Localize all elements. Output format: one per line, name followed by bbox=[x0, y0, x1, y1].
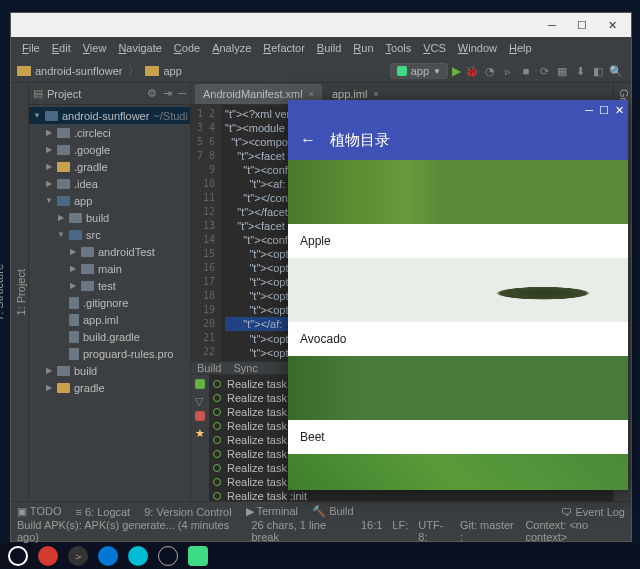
breadcrumb[interactable]: app bbox=[145, 65, 181, 77]
menu-navigate[interactable]: Navigate bbox=[113, 40, 166, 56]
attach-button[interactable]: ▹ bbox=[501, 64, 515, 78]
tab-sync[interactable]: Sync bbox=[233, 362, 257, 374]
success-icon bbox=[195, 379, 205, 389]
tree-node[interactable]: app.iml bbox=[29, 311, 190, 328]
app-title: 植物目录 bbox=[330, 131, 390, 150]
search-icon[interactable]: 🔍 bbox=[609, 64, 623, 78]
minimize-button[interactable]: ─ bbox=[537, 15, 567, 35]
menu-window[interactable]: Window bbox=[453, 40, 502, 56]
avd-button[interactable]: ▦ bbox=[555, 64, 569, 78]
menu-tools[interactable]: Tools bbox=[381, 40, 417, 56]
close-button[interactable]: ✕ bbox=[597, 15, 627, 35]
clock-app[interactable] bbox=[158, 546, 178, 566]
tree-node[interactable]: ▶.circleci bbox=[29, 124, 190, 141]
plant-name: Apple bbox=[288, 224, 628, 258]
plant-card[interactable]: Beet bbox=[288, 356, 628, 454]
emulator-close[interactable]: ✕ bbox=[615, 104, 624, 117]
logcat-tab[interactable]: ≡ 6: Logcat bbox=[75, 506, 130, 518]
context[interactable]: Context: <no context> bbox=[525, 519, 625, 543]
menu-vcs[interactable]: VCS bbox=[418, 40, 451, 56]
menu-run[interactable]: Run bbox=[348, 40, 378, 56]
plant-card[interactable]: Apple bbox=[288, 160, 628, 258]
plant-image bbox=[288, 454, 628, 490]
emulator-minimize[interactable]: ─ bbox=[585, 104, 593, 116]
start-button[interactable] bbox=[8, 546, 28, 566]
line-gutter: 1 2 3 4 5 6 7 8 9 10 11 12 13 14 15 16 1… bbox=[191, 105, 221, 361]
maximize-button[interactable]: ☐ bbox=[567, 15, 597, 35]
tab-build[interactable]: Build bbox=[197, 362, 221, 374]
debug-button[interactable]: 🐞 bbox=[465, 64, 479, 78]
star-icon[interactable]: ★ bbox=[195, 427, 205, 437]
vcs-tab[interactable]: 9: Version Control bbox=[144, 506, 231, 518]
project-settings-icon[interactable]: ⚙ bbox=[147, 87, 157, 100]
project-tree[interactable]: ▼android-sunflower ~/Studi▶.circleci▶.go… bbox=[29, 105, 190, 501]
tree-node[interactable]: ▶test bbox=[29, 277, 190, 294]
app-icon[interactable] bbox=[128, 546, 148, 566]
menu-refactor[interactable]: Refactor bbox=[258, 40, 310, 56]
tree-node[interactable]: build.gradle bbox=[29, 328, 190, 345]
tree-node[interactable]: ▶main bbox=[29, 260, 190, 277]
sdk-button[interactable]: ⬇ bbox=[573, 64, 587, 78]
tool-window-bar: ▣ TODO ≡ 6: Logcat 9: Version Control ▶ … bbox=[11, 501, 631, 521]
breadcrumb-label: android-sunflower bbox=[35, 65, 122, 77]
vscode-app[interactable] bbox=[98, 546, 118, 566]
terminal-tab[interactable]: ▶ Terminal bbox=[246, 505, 298, 518]
emulator-maximize[interactable]: ☐ bbox=[599, 104, 609, 117]
taskbar-app[interactable] bbox=[38, 546, 58, 566]
project-panel-header: ▤ Project ⚙ ⇥ ─ bbox=[29, 83, 190, 105]
filter-icon[interactable]: ▽ bbox=[195, 395, 205, 405]
tree-node[interactable]: ▶build bbox=[29, 209, 190, 226]
collapse-icon[interactable]: ⇥ bbox=[163, 87, 172, 100]
tree-node[interactable]: .gitignore bbox=[29, 294, 190, 311]
status-message: Build APK(s): APK(s) generate... (4 minu… bbox=[17, 519, 241, 543]
tree-node[interactable]: ▼src bbox=[29, 226, 190, 243]
plant-image bbox=[288, 258, 628, 322]
menu-view[interactable]: View bbox=[78, 40, 112, 56]
android-studio-app[interactable] bbox=[188, 546, 208, 566]
project-header-label: Project bbox=[47, 88, 81, 100]
profile-button[interactable]: ◔ bbox=[483, 64, 497, 78]
tree-node[interactable]: ▼android-sunflower ~/Studi bbox=[29, 107, 190, 124]
menu-file[interactable]: File bbox=[17, 40, 45, 56]
stop-button[interactable]: ■ bbox=[519, 64, 533, 78]
menu-build[interactable]: Build bbox=[312, 40, 346, 56]
menu-code[interactable]: Code bbox=[169, 40, 205, 56]
plant-card[interactable] bbox=[288, 454, 628, 490]
sync-button[interactable]: ⟳ bbox=[537, 64, 551, 78]
tree-node[interactable]: ▶androidTest bbox=[29, 243, 190, 260]
sidebar-tab[interactable]: 7: Structure bbox=[0, 260, 6, 325]
menu-help[interactable]: Help bbox=[504, 40, 537, 56]
error-icon bbox=[195, 411, 205, 421]
navigation-bar: android-sunflower 〉 app app ▼ ▶ 🐞 ◔ ▹ ■ … bbox=[11, 59, 631, 83]
build-gutter: ▽ ★ bbox=[191, 375, 209, 505]
left-tool-strip: 1: Project7: StructureCapturesBuild Vari… bbox=[11, 83, 29, 501]
line-separator[interactable]: LF: bbox=[392, 519, 408, 543]
menu-edit[interactable]: Edit bbox=[47, 40, 76, 56]
tree-node[interactable]: proguard-rules.pro bbox=[29, 345, 190, 362]
hide-icon[interactable]: ─ bbox=[178, 87, 186, 100]
tree-node[interactable]: ▶.idea bbox=[29, 175, 190, 192]
tree-node[interactable]: ▶build bbox=[29, 362, 190, 379]
event-log-tab[interactable]: 🗨 Event Log bbox=[561, 506, 625, 518]
build-tab[interactable]: 🔨 Build bbox=[312, 505, 354, 518]
run-config-selector[interactable]: app ▼ bbox=[390, 63, 448, 79]
run-button[interactable]: ▶ bbox=[452, 64, 461, 78]
menu-analyze[interactable]: Analyze bbox=[207, 40, 256, 56]
tree-node[interactable]: ▶.google bbox=[29, 141, 190, 158]
plant-card[interactable]: Avocado bbox=[288, 258, 628, 356]
terminal-app[interactable]: ＞ bbox=[68, 546, 88, 566]
plant-name: Beet bbox=[288, 420, 628, 454]
tree-node[interactable]: ▶gradle bbox=[29, 379, 190, 396]
structure-button[interactable]: ◧ bbox=[591, 64, 605, 78]
emulator-window: ─ ☐ ✕ ← 植物目录 AppleAvocadoBeet bbox=[288, 100, 628, 490]
file-encoding[interactable]: UTF-8: bbox=[418, 519, 450, 543]
todo-tab[interactable]: ▣ TODO bbox=[17, 505, 61, 518]
back-button[interactable]: ← bbox=[300, 131, 316, 149]
breadcrumb[interactable]: android-sunflower bbox=[17, 65, 122, 77]
plant-list[interactable]: AppleAvocadoBeet bbox=[288, 160, 628, 490]
tree-node[interactable]: ▶.gradle bbox=[29, 158, 190, 175]
sidebar-tab[interactable]: 1: Project bbox=[14, 265, 28, 319]
git-branch[interactable]: Git: master : bbox=[460, 519, 515, 543]
tree-node[interactable]: ▼app bbox=[29, 192, 190, 209]
status-bar: Build APK(s): APK(s) generate... (4 minu… bbox=[11, 521, 631, 541]
